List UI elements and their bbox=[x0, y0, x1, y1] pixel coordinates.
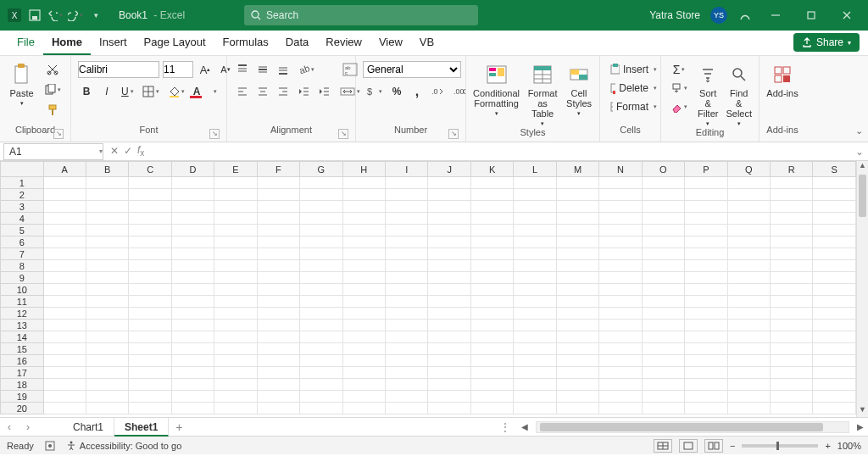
format-painter-button[interactable] bbox=[42, 102, 64, 119]
format-cells-button[interactable]: Format bbox=[607, 98, 659, 115]
cell[interactable] bbox=[642, 296, 684, 308]
cell[interactable] bbox=[342, 355, 385, 367]
cell[interactable] bbox=[214, 355, 257, 367]
cell[interactable] bbox=[342, 320, 385, 331]
cell[interactable] bbox=[470, 308, 513, 320]
cell[interactable] bbox=[129, 379, 171, 391]
orientation-button[interactable]: ab bbox=[295, 61, 317, 78]
cell[interactable] bbox=[771, 308, 813, 320]
zoom-slider[interactable] bbox=[742, 444, 818, 448]
cell[interactable] bbox=[129, 403, 171, 414]
cell[interactable] bbox=[813, 355, 856, 367]
cell[interactable] bbox=[514, 403, 556, 414]
cell[interactable] bbox=[813, 343, 856, 355]
cell[interactable] bbox=[300, 367, 342, 379]
cell[interactable] bbox=[771, 189, 813, 201]
cell[interactable] bbox=[43, 213, 86, 225]
cell[interactable] bbox=[214, 331, 257, 343]
cell[interactable] bbox=[214, 260, 257, 272]
cancel-formula-button[interactable]: ✕ bbox=[110, 145, 119, 157]
tab-view[interactable]: View bbox=[370, 30, 411, 55]
cell[interactable] bbox=[300, 343, 342, 355]
cell[interactable] bbox=[214, 403, 257, 414]
cell[interactable] bbox=[556, 308, 598, 320]
cell[interactable] bbox=[556, 296, 598, 308]
cell[interactable] bbox=[43, 248, 86, 260]
cell[interactable] bbox=[342, 403, 385, 414]
cell[interactable] bbox=[514, 260, 556, 272]
cell[interactable] bbox=[86, 391, 128, 403]
cell[interactable] bbox=[813, 272, 856, 284]
cell[interactable] bbox=[428, 320, 470, 331]
cell[interactable] bbox=[342, 284, 385, 296]
cell[interactable] bbox=[386, 260, 428, 272]
cell[interactable] bbox=[171, 343, 214, 355]
cell[interactable] bbox=[43, 236, 86, 248]
zoom-out-button[interactable]: − bbox=[730, 441, 735, 451]
cell[interactable] bbox=[514, 213, 556, 225]
cell[interactable] bbox=[428, 236, 470, 248]
cell[interactable] bbox=[556, 236, 598, 248]
search-box[interactable]: Search bbox=[244, 5, 478, 25]
cell[interactable] bbox=[257, 367, 299, 379]
cell[interactable] bbox=[428, 379, 470, 391]
cell[interactable] bbox=[214, 225, 257, 236]
sort-filter-button[interactable]: Sort & Filter▾ bbox=[695, 61, 721, 127]
cell[interactable] bbox=[514, 272, 556, 284]
cell[interactable] bbox=[214, 189, 257, 201]
align-center-button[interactable] bbox=[254, 83, 271, 100]
cell[interactable] bbox=[514, 236, 556, 248]
cell[interactable] bbox=[556, 284, 598, 296]
cell[interactable] bbox=[727, 260, 770, 272]
cell[interactable] bbox=[342, 367, 385, 379]
cell[interactable] bbox=[556, 260, 598, 272]
qat-overflow-icon[interactable]: ▾ bbox=[88, 8, 103, 23]
scroll-up-button[interactable]: ▲ bbox=[857, 161, 868, 173]
paste-button[interactable]: Paste▾ bbox=[7, 61, 36, 107]
cell[interactable] bbox=[813, 367, 856, 379]
cell[interactable] bbox=[214, 177, 257, 189]
view-normal-button[interactable] bbox=[654, 439, 672, 453]
row-header[interactable]: 15 bbox=[1, 343, 44, 355]
cell[interactable] bbox=[129, 308, 171, 320]
cell[interactable] bbox=[642, 260, 684, 272]
cell[interactable] bbox=[43, 272, 86, 284]
cell[interactable] bbox=[556, 213, 598, 225]
cell[interactable] bbox=[771, 248, 813, 260]
cell[interactable] bbox=[300, 272, 342, 284]
cell[interactable] bbox=[642, 189, 684, 201]
cell[interactable] bbox=[342, 236, 385, 248]
cell[interactable] bbox=[257, 296, 299, 308]
cell[interactable] bbox=[813, 201, 856, 213]
cell[interactable] bbox=[771, 213, 813, 225]
format-as-table-button[interactable]: Format as Table▾ bbox=[525, 61, 560, 127]
cell[interactable] bbox=[300, 284, 342, 296]
cell[interactable] bbox=[257, 201, 299, 213]
tab-insert[interactable]: Insert bbox=[91, 30, 136, 55]
cell[interactable] bbox=[86, 355, 128, 367]
cell[interactable] bbox=[129, 367, 171, 379]
cell[interactable] bbox=[727, 284, 770, 296]
cell[interactable] bbox=[599, 213, 642, 225]
cell[interactable] bbox=[257, 343, 299, 355]
cell[interactable] bbox=[342, 379, 385, 391]
cell[interactable] bbox=[86, 260, 128, 272]
insert-function-button[interactable]: fx bbox=[137, 144, 144, 158]
cell[interactable] bbox=[300, 201, 342, 213]
cell[interactable] bbox=[642, 248, 684, 260]
cell[interactable] bbox=[129, 320, 171, 331]
cell[interactable] bbox=[300, 248, 342, 260]
cell[interactable] bbox=[771, 367, 813, 379]
cell[interactable] bbox=[685, 236, 727, 248]
cell[interactable] bbox=[470, 355, 513, 367]
cell[interactable] bbox=[300, 391, 342, 403]
row-header[interactable]: 6 bbox=[1, 236, 44, 248]
column-header[interactable]: O bbox=[642, 162, 684, 177]
column-header[interactable]: L bbox=[514, 162, 556, 177]
font-size-select[interactable] bbox=[163, 61, 193, 78]
cell[interactable] bbox=[599, 343, 642, 355]
cell[interactable] bbox=[342, 296, 385, 308]
vertical-scroll-thumb[interactable] bbox=[859, 175, 866, 217]
sheet-options-button[interactable]: ⋮ bbox=[500, 421, 517, 433]
cell[interactable] bbox=[214, 272, 257, 284]
